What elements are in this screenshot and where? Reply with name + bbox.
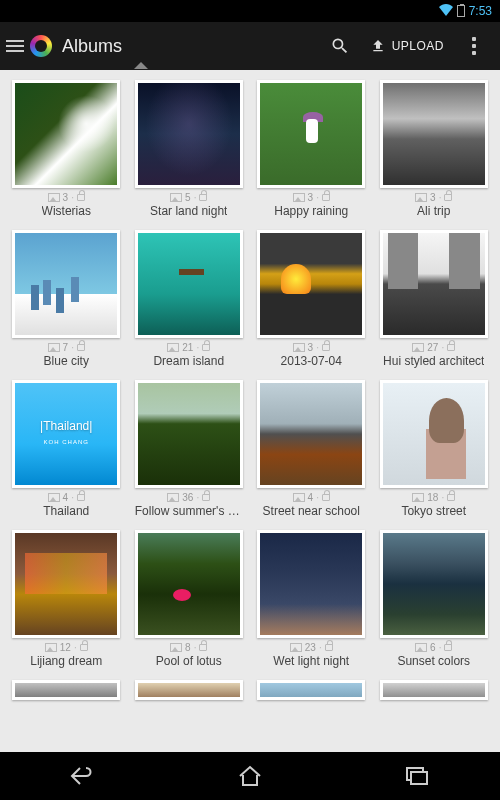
album-title: Sunset colors <box>397 654 470 668</box>
photo-count-icon <box>167 493 179 502</box>
lock-icon <box>444 644 452 651</box>
photo-count-icon <box>293 343 305 352</box>
album-item[interactable]: 6· Sunset colors <box>378 530 491 668</box>
album-item[interactable]: 18· Tokyo street <box>378 380 491 518</box>
upload-icon <box>370 38 386 54</box>
album-thumbnail <box>257 530 365 638</box>
album-title: Ali trip <box>417 204 450 218</box>
album-thumbnail <box>135 680 243 700</box>
photo-count-icon <box>293 193 305 202</box>
overflow-menu-button[interactable] <box>454 26 494 66</box>
photo-count-icon <box>293 493 305 502</box>
lock-icon <box>447 494 455 501</box>
system-nav-bar <box>0 752 500 800</box>
album-title: Hui styled architect <box>383 354 484 368</box>
album-meta: 3· <box>48 192 85 203</box>
album-item[interactable]: 27· Hui styled architect <box>378 230 491 368</box>
page-title-dropdown[interactable]: Albums <box>62 36 320 57</box>
album-item[interactable]: 3· Happy raining <box>255 80 368 218</box>
app-logo-icon <box>30 35 52 57</box>
album-title: Wisterias <box>42 204 91 218</box>
album-item[interactable]: 8· Pool of lotus <box>133 530 246 668</box>
album-thumbnail <box>380 680 488 700</box>
album-meta: 3· <box>415 192 452 203</box>
album-item-partial[interactable] <box>133 680 246 700</box>
album-meta: 27· <box>412 342 455 353</box>
photo-count-icon <box>415 193 427 202</box>
lock-icon <box>199 194 207 201</box>
album-item[interactable]: 36· Follow summer's m… <box>133 380 246 518</box>
album-meta: 8· <box>170 642 207 653</box>
upload-button[interactable]: UPLOAD <box>360 38 454 54</box>
overflow-icon <box>472 37 476 55</box>
home-button[interactable] <box>236 762 264 790</box>
lock-icon <box>444 194 452 201</box>
back-button[interactable] <box>69 762 97 790</box>
album-meta: 6· <box>415 642 452 653</box>
search-button[interactable] <box>320 26 360 66</box>
album-item[interactable]: 12· Lijiang dream <box>10 530 123 668</box>
album-meta: 4· <box>48 492 85 503</box>
photo-count-icon <box>412 343 424 352</box>
recent-apps-button[interactable] <box>403 762 431 790</box>
photo-count-icon <box>290 643 302 652</box>
album-item[interactable]: 4· Thailand <box>10 380 123 518</box>
wifi-icon <box>439 4 453 19</box>
menu-icon[interactable] <box>6 40 24 52</box>
lock-icon <box>77 344 85 351</box>
album-item-partial[interactable] <box>378 680 491 700</box>
album-thumbnail <box>257 380 365 488</box>
album-thumbnail <box>12 230 120 338</box>
album-thumbnail <box>257 230 365 338</box>
album-thumbnail <box>12 530 120 638</box>
album-item[interactable]: 7· Blue city <box>10 230 123 368</box>
photo-count-icon <box>48 193 60 202</box>
album-item[interactable]: 3· 2013-07-04 <box>255 230 368 368</box>
album-item[interactable]: 21· Dream island <box>133 230 246 368</box>
album-item-partial[interactable] <box>10 680 123 700</box>
album-meta: 3· <box>293 342 330 353</box>
album-thumbnail <box>135 80 243 188</box>
album-thumbnail <box>380 380 488 488</box>
photo-count-icon <box>45 643 57 652</box>
app-bar: Albums UPLOAD <box>0 22 500 70</box>
album-title: Street near school <box>263 504 360 518</box>
lock-icon <box>447 344 455 351</box>
album-title: Dream island <box>153 354 224 368</box>
upload-label: UPLOAD <box>392 39 444 53</box>
album-meta: 18· <box>412 492 455 503</box>
photo-count-icon <box>48 493 60 502</box>
album-title: Follow summer's m… <box>135 504 243 518</box>
album-meta: 36· <box>167 492 210 503</box>
photo-count-icon <box>412 493 424 502</box>
photo-count-icon <box>48 343 60 352</box>
album-item[interactable]: 3· Wisterias <box>10 80 123 218</box>
album-title: Lijiang dream <box>30 654 102 668</box>
album-title: 2013-07-04 <box>281 354 342 368</box>
album-item[interactable]: 4· Street near school <box>255 380 368 518</box>
albums-grid: 3· Wisterias 5· Star land night 3· Happy… <box>10 80 490 700</box>
photo-count-icon <box>167 343 179 352</box>
lock-icon <box>322 194 330 201</box>
album-item-partial[interactable] <box>255 680 368 700</box>
album-meta: 23· <box>290 642 333 653</box>
album-title: Pool of lotus <box>156 654 222 668</box>
album-thumbnail <box>135 530 243 638</box>
lock-icon <box>77 494 85 501</box>
photo-count-icon <box>415 643 427 652</box>
lock-icon <box>325 644 333 651</box>
album-thumbnail <box>380 530 488 638</box>
album-item[interactable]: 5· Star land night <box>133 80 246 218</box>
lock-icon <box>322 494 330 501</box>
album-item[interactable]: 3· Ali trip <box>378 80 491 218</box>
dropdown-indicator-icon <box>134 62 148 69</box>
album-title: Thailand <box>43 504 89 518</box>
lock-icon <box>202 494 210 501</box>
svg-rect-1 <box>411 772 427 784</box>
album-meta: 4· <box>293 492 330 503</box>
album-thumbnail <box>12 380 120 488</box>
album-title: Tokyo street <box>401 504 466 518</box>
lock-icon <box>77 194 85 201</box>
album-item[interactable]: 23· Wet light night <box>255 530 368 668</box>
album-thumbnail <box>380 230 488 338</box>
